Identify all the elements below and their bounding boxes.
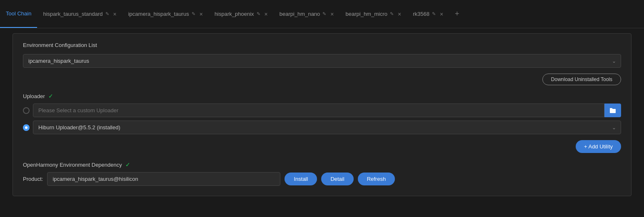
tab-hispark-taurus-standard-label: hispark_taurus_standard [43, 11, 102, 17]
oh-dep-label: OpenHarmony Environment Dependency [23, 162, 122, 168]
tab-hispark-taurus-standard-close-icon[interactable]: × [113, 11, 117, 17]
uploader-section: Uploader ✓ [23, 93, 621, 134]
custom-uploader-row [23, 104, 621, 117]
uploader-label: Uploader [23, 93, 45, 99]
tab-bearpi-hm-micro[interactable]: bearpi_hm_micro ✎ × [340, 0, 407, 28]
tab-hispark-phoenix[interactable]: hispark_phoenix ✎ × [209, 0, 274, 28]
tab-ipcamera-hispark-taurus-edit-icon[interactable]: ✎ [192, 11, 195, 17]
content-card: Environment Configuration List ipcamera_… [12, 33, 632, 196]
main-content: Environment Configuration List ipcamera_… [0, 33, 644, 196]
download-btn-row: Download Uninstalled Tools [23, 74, 621, 85]
oh-label-row: OpenHarmony Environment Dependency ✓ [23, 161, 621, 168]
tab-ipcamera-hispark-taurus-close-icon[interactable]: × [200, 11, 203, 17]
tab-bearpi-hm-micro-label: bearpi_hm_micro [346, 11, 387, 17]
hiburn-uploader-select[interactable]: Hiburn Uploader@5.5.2 (installed) [33, 121, 621, 134]
tab-bearpi-hm-nano-close-icon[interactable]: × [330, 11, 334, 17]
env-select-wrapper: ipcamera_hispark_taurus hispark_taurus_s… [23, 54, 621, 68]
tab-hispark-taurus-standard-edit-icon[interactable]: ✎ [105, 11, 109, 17]
env-config-title: Environment Configuration List [23, 42, 621, 48]
oh-section: OpenHarmony Environment Dependency ✓ Pro… [23, 161, 621, 186]
refresh-button[interactable]: Refresh [358, 173, 395, 185]
product-row: Product: Install Detail Refresh [23, 172, 621, 186]
oh-dep-check-icon: ✓ [125, 161, 130, 168]
add-utility-button[interactable]: + Add Utility [576, 140, 621, 153]
tab-rk3568-edit-icon[interactable]: ✎ [432, 11, 436, 17]
hiburn-uploader-row: Hiburn Uploader@5.5.2 (installed) ⌄ [23, 121, 621, 134]
tab-hispark-phoenix-close-icon[interactable]: × [265, 11, 268, 17]
tab-hispark-taurus-standard[interactable]: hispark_taurus_standard ✎ × [37, 0, 122, 28]
tab-bearpi-hm-nano[interactable]: bearpi_hm_nano ✎ × [274, 0, 340, 28]
tab-tool-chain-label: Tool Chain [6, 10, 31, 17]
hiburn-select-wrapper: Hiburn Uploader@5.5.2 (installed) ⌄ [33, 121, 621, 134]
product-label: Product: [23, 176, 43, 182]
custom-uploader-radio[interactable] [23, 107, 30, 114]
uploader-label-row: Uploader ✓ [23, 93, 621, 99]
tab-rk3568-label: rk3568 [413, 11, 429, 17]
tab-tool-chain[interactable]: Tool Chain [0, 0, 37, 28]
tab-bearpi-hm-nano-label: bearpi_hm_nano [280, 11, 320, 17]
env-config-select[interactable]: ipcamera_hispark_taurus hispark_taurus_s… [23, 54, 621, 68]
tab-hispark-phoenix-edit-icon[interactable]: ✎ [257, 11, 260, 17]
tab-bar: Tool Chain hispark_taurus_standard ✎ × i… [0, 0, 644, 28]
custom-uploader-input-wrap [33, 104, 621, 117]
tab-bearpi-hm-micro-edit-icon[interactable]: ✎ [390, 11, 394, 17]
action-buttons: Install Detail Refresh [285, 173, 395, 185]
hiburn-uploader-radio[interactable] [23, 124, 30, 131]
add-tab-button[interactable]: + [449, 0, 465, 28]
tab-ipcamera-hispark-taurus[interactable]: ipcamera_hispark_taurus ✎ × [122, 0, 209, 28]
detail-button[interactable]: Detail [321, 173, 353, 185]
tab-bearpi-hm-nano-edit-icon[interactable]: ✎ [322, 11, 326, 17]
custom-uploader-folder-button[interactable] [604, 104, 621, 117]
tab-rk3568[interactable]: rk3568 ✎ × [407, 0, 449, 28]
tab-bearpi-hm-micro-close-icon[interactable]: × [398, 11, 401, 17]
product-input[interactable] [47, 172, 280, 186]
tab-rk3568-close-icon[interactable]: × [440, 11, 443, 17]
uploader-check-icon: ✓ [48, 93, 53, 99]
tab-hispark-phoenix-label: hispark_phoenix [215, 11, 254, 17]
tab-ipcamera-hispark-taurus-label: ipcamera_hispark_taurus [128, 11, 189, 17]
download-uninstalled-tools-button[interactable]: Download Uninstalled Tools [542, 74, 621, 85]
install-button[interactable]: Install [285, 173, 317, 185]
custom-uploader-input[interactable] [33, 104, 604, 117]
add-utility-row: + Add Utility [23, 140, 621, 153]
